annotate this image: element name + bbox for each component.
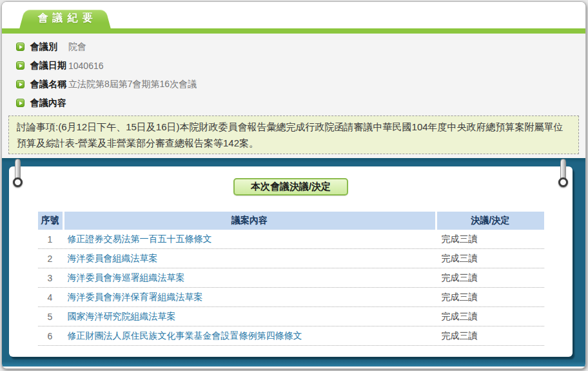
column-header-no: 序號 <box>38 212 63 230</box>
bill-link[interactable]: 修正證券交易法第一百五十五條條文 <box>64 234 435 245</box>
meta-label: 會議名稱 <box>30 79 68 90</box>
bill-link[interactable]: 海洋委員會海巡署組織法草案 <box>64 272 435 284</box>
meta-value: 立法院第8屆第7會期第16次會議 <box>68 79 197 90</box>
meta-row-meeting-date: 會議日期 1040616 <box>2 56 585 75</box>
decisions-heading-button[interactable]: 本次會議決議/決定 <box>233 178 348 196</box>
green-play-icon <box>16 61 24 70</box>
meeting-meta-list: 會議別 院會 會議日期 1040616 會議名稱 立法院第8屆第7會期第16次會… <box>2 37 585 112</box>
meeting-content-text: 討論事項:(6月12日下午、15日及16日)本院財政委員會報告彙總完成行政院函請… <box>17 121 564 148</box>
decision-text: 完成三讀 <box>437 330 544 342</box>
decision-text: 完成三讀 <box>437 272 544 284</box>
tab-label: 會議紀要 <box>19 7 111 29</box>
decision-text: 完成三讀 <box>437 234 544 245</box>
meta-value: 院會 <box>68 41 86 53</box>
bill-link[interactable]: 海洋委員會海洋保育署組織法草案 <box>64 292 435 303</box>
table-row: 1 修正證券交易法第一百五十五條條文 完成三讀 <box>38 230 544 249</box>
decision-text: 完成三讀 <box>437 253 544 265</box>
bill-link[interactable]: 修正財團法人原住民族文化事業基金會設置條例第四條條文 <box>64 330 435 342</box>
table-row: 5 國家海洋研究院組織法草案 完成三讀 <box>38 307 544 326</box>
green-divider-bar <box>2 28 585 34</box>
decision-card: 本次會議決議/決定 序號 議案內容 決議/決定 1 修正證券交易法第一百五十五條… <box>9 166 573 357</box>
meta-value: 1040616 <box>68 61 104 71</box>
bill-link[interactable]: 海洋委員會組織法草案 <box>64 253 435 265</box>
meta-row-meeting-content: 會議內容 <box>2 94 585 112</box>
decisions-table: 序號 議案內容 決議/決定 1 修正證券交易法第一百五十五條條文 完成三讀 2 … <box>38 212 544 346</box>
column-header-decision: 決議/決定 <box>437 212 544 230</box>
table-row: 3 海洋委員會海巡署組織法草案 完成三讀 <box>38 268 544 288</box>
row-number: 6 <box>38 331 63 341</box>
decision-text: 完成三讀 <box>437 311 544 323</box>
table-row: 2 海洋委員會組織法草案 完成三讀 <box>38 249 544 268</box>
bill-link[interactable]: 國家海洋研究院組織法草案 <box>64 311 435 323</box>
table-header-row: 序號 議案內容 決議/決定 <box>38 212 544 230</box>
decision-text: 完成三讀 <box>437 292 544 303</box>
table-row: 4 海洋委員會海洋保育署組織法草案 完成三讀 <box>38 288 544 307</box>
column-header-bill: 議案內容 <box>64 212 435 230</box>
pin-hook-left-icon <box>15 159 21 182</box>
meta-row-meeting-name: 會議名稱 立法院第8屆第7會期第16次會議 <box>2 75 585 94</box>
green-play-icon <box>16 99 24 107</box>
meta-row-meeting-type: 會議別 院會 <box>2 37 585 56</box>
row-number: 4 <box>38 292 63 303</box>
row-number: 5 <box>38 312 63 322</box>
meta-label: 會議日期 <box>30 60 68 72</box>
green-play-icon <box>16 43 24 51</box>
meeting-minutes-window: 會議紀要 會議別 院會 會議日期 1040616 會議名稱 立法院第8屆第7會期… <box>1 1 586 369</box>
decision-panel: 本次會議決議/決定 序號 議案內容 決議/決定 1 修正證券交易法第一百五十五條… <box>2 158 585 366</box>
meta-label: 會議別 <box>30 41 68 53</box>
pin-hook-right-icon <box>560 159 566 182</box>
tab-meeting-minutes[interactable]: 會議紀要 <box>19 7 111 29</box>
green-play-icon <box>16 80 24 88</box>
row-number: 2 <box>38 254 63 264</box>
meta-label: 會議內容 <box>30 97 68 109</box>
row-number: 1 <box>38 234 63 245</box>
row-number: 3 <box>38 273 63 283</box>
meeting-content-box: 討論事項:(6月12日下午、15日及16日)本院財政委員會報告彙總完成行政院函請… <box>8 115 579 154</box>
table-row: 6 修正財團法人原住民族文化事業基金會設置條例第四條條文 完成三讀 <box>38 326 544 346</box>
